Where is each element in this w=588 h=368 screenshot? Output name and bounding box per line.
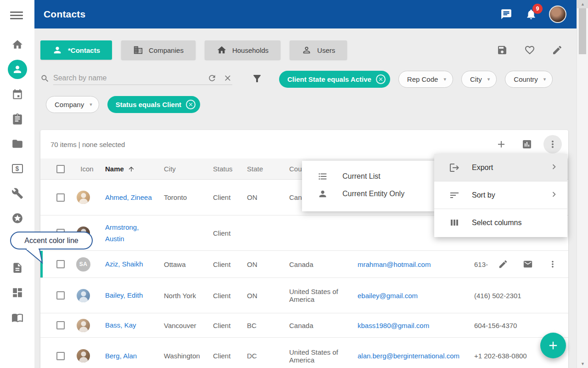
view-actions (497, 45, 568, 56)
column-header-status[interactable]: Status (213, 165, 247, 173)
column-header-icon[interactable]: Icon (69, 165, 105, 173)
avatar-initials: SA (76, 257, 90, 272)
kebab-icon[interactable] (548, 259, 558, 269)
column-header-city[interactable]: City (164, 165, 213, 173)
pencil-icon[interactable] (552, 45, 563, 56)
sidebar-item-calendar[interactable] (0, 82, 34, 107)
save-icon[interactable] (497, 45, 508, 56)
remove-filter-icon[interactable] (376, 74, 386, 84)
user-avatar[interactable] (549, 6, 566, 23)
heart-icon[interactable] (524, 45, 535, 56)
remove-filter-icon[interactable] (186, 100, 196, 109)
cell-status: Client (213, 352, 247, 360)
sidebar-item-contacts-active[interactable] (0, 57, 34, 82)
sidebar-item-library[interactable] (0, 305, 34, 330)
table-row[interactable]: Bass, Kay Vancouver Client BC Canada kba… (40, 313, 568, 338)
tab-users[interactable]: Users (290, 40, 347, 60)
select-all-checkbox[interactable] (56, 165, 65, 173)
scroll-down-icon[interactable]: ▼ (577, 360, 588, 368)
table-row-selected[interactable]: SA Aziz, Shaikh Ottawa Client ON Canada … (40, 251, 568, 278)
chip-client-state[interactable]: Client State equals Active (279, 71, 390, 88)
sidebar-item-dashboard[interactable] (0, 280, 34, 305)
menu-item-current-list[interactable]: Current List (302, 168, 435, 185)
cell-city: Vancouver (164, 322, 213, 329)
row-checkbox[interactable] (56, 321, 65, 329)
menu-item-current-entity-only[interactable]: Current Entity Only (302, 185, 435, 203)
chip-country[interactable]: Country ▾ (505, 71, 553, 88)
chip-status[interactable]: Status equals Client (107, 96, 200, 113)
sidebar-item-billing[interactable]: $ (0, 156, 34, 181)
email-link[interactable]: alan.berg@berginternational.com (358, 352, 459, 360)
avatar (77, 289, 90, 302)
menu-item-label: Export (472, 164, 493, 172)
tab-companies-label: Companies (149, 46, 184, 54)
email-link[interactable]: mrahman@hotmail.com (358, 260, 431, 268)
notifications-button[interactable]: 9 (524, 7, 538, 21)
cell-country: United States of America (289, 288, 358, 303)
scroll-up-icon[interactable]: ▲ (577, 0, 588, 8)
table-row[interactable]: Bailey, Edith North York Client ON Unite… (40, 278, 568, 313)
tab-companies[interactable]: Companies (121, 40, 196, 60)
billing-icon: $ (12, 164, 23, 173)
email-link[interactable]: kbass1980@gmail.com (358, 322, 429, 329)
filter-icon[interactable] (252, 73, 263, 86)
chart-icon (521, 139, 532, 150)
chart-view-button[interactable] (518, 135, 536, 153)
chat-button[interactable] (499, 7, 513, 21)
cell-state: DC (247, 352, 289, 360)
cell-country: Canada (289, 322, 358, 329)
row-checkbox[interactable] (56, 193, 65, 202)
contact-name-link[interactable]: Bass, Kay (105, 321, 136, 329)
chip-city[interactable]: City ▾ (461, 71, 497, 88)
cell-phone: 604-156-4370 (474, 322, 568, 329)
chip-status-label: Status equals Client (116, 101, 181, 108)
table-row[interactable]: Berg, Alan Washington Client DC United S… (40, 338, 568, 368)
contact-name-link[interactable]: Armstrong, Austin (105, 223, 139, 243)
row-checkbox[interactable] (56, 352, 65, 360)
email-link[interactable]: ebailey@gmail.com (358, 292, 418, 300)
menu-item-sort-by[interactable]: Sort by (434, 181, 567, 209)
column-header-state[interactable]: State (247, 165, 289, 173)
more-options-button[interactable] (543, 135, 562, 153)
notification-count-badge: 9 (532, 4, 543, 14)
left-sidebar: $ (0, 0, 34, 368)
sidebar-item-favorites[interactable] (0, 206, 34, 231)
add-contact-fab[interactable] (540, 333, 566, 358)
tab-households[interactable]: Households (205, 40, 280, 60)
refresh-icon[interactable] (207, 74, 217, 83)
search-input[interactable] (53, 74, 201, 82)
pencil-icon[interactable] (498, 259, 508, 269)
column-header-name[interactable]: Name (105, 165, 164, 173)
contact-name-link[interactable]: Bailey, Edith (105, 291, 143, 299)
menu-icon[interactable] (10, 10, 23, 20)
contact-name-link[interactable]: Ahmed, Zineea (105, 193, 152, 201)
tab-users-label: Users (317, 46, 335, 54)
row-checkbox[interactable] (56, 260, 65, 268)
cell-status: Client (213, 292, 247, 300)
menu-item-select-columns[interactable]: Select columns (434, 209, 567, 237)
sidebar-item-tools[interactable] (0, 181, 34, 206)
chip-company[interactable]: Company ▾ (46, 96, 99, 113)
row-checkbox[interactable] (56, 291, 65, 300)
tab-contacts[interactable]: *Contacts (40, 40, 112, 60)
folder-icon (11, 138, 23, 150)
sidebar-item-folder[interactable] (0, 131, 34, 156)
chip-rep-code[interactable]: Rep Code ▾ (398, 71, 453, 88)
contact-name-link[interactable]: Aziz, Shaikh (105, 260, 143, 268)
menu-item-export[interactable]: Export (434, 154, 567, 181)
contact-name-link[interactable]: Berg, Alan (105, 352, 137, 360)
cell-country: Canada (289, 260, 358, 268)
mail-icon[interactable] (523, 259, 533, 269)
menu-item-label: Sort by (472, 191, 495, 199)
menu-item-label: Current Entity Only (342, 190, 404, 198)
close-icon[interactable] (223, 74, 232, 83)
vertical-scrollbar[interactable]: ▲ ▼ (577, 0, 588, 368)
chevron-down-icon: ▾ (443, 76, 446, 82)
scrollbar-thumb[interactable] (579, 8, 586, 54)
sidebar-item-home[interactable] (0, 32, 34, 57)
sidebar-item-tasks[interactable] (0, 107, 34, 131)
tools-icon (11, 187, 23, 199)
avatar (77, 349, 90, 362)
add-button[interactable] (492, 135, 510, 153)
list-icon (318, 171, 328, 181)
